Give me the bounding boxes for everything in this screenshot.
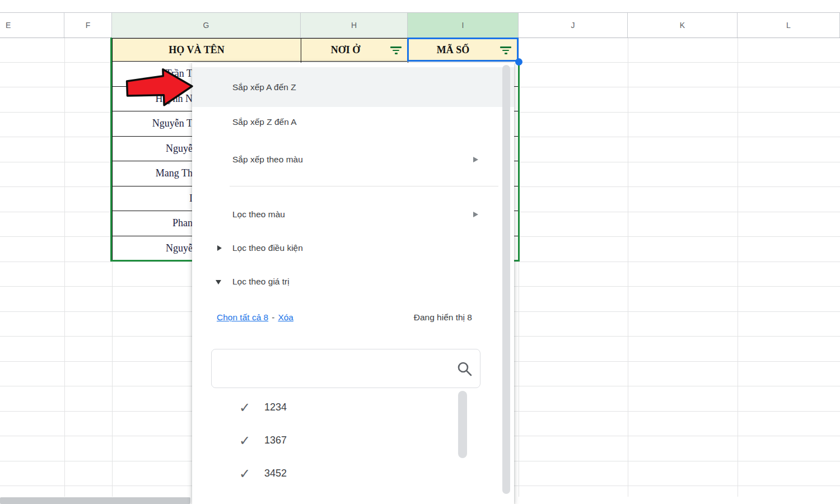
column-header-I[interactable]: I — [408, 13, 519, 38]
header-label: HỌ VÀ TÊN — [113, 44, 301, 56]
red-arrow-annotation — [125, 66, 195, 109]
filter-value-label: 3452 — [264, 468, 287, 479]
range-border-right — [518, 62, 520, 261]
expand-expanded-icon — [216, 280, 221, 284]
name-cell[interactable]: Nguyễ — [115, 137, 194, 161]
checkmark-icon: ✓ — [239, 467, 250, 480]
showing-count-label: Đang hiển thị 8 — [414, 312, 472, 323]
value-list-scrollbar[interactable] — [458, 391, 467, 458]
search-input[interactable] — [218, 354, 450, 383]
filter-value-label: 1234 — [264, 402, 287, 413]
header-cell-ho-va-ten[interactable]: HỌ VÀ TÊN — [112, 38, 301, 62]
selected-cell-outline — [407, 38, 519, 62]
filter-value-label: 1367 — [264, 435, 287, 446]
column-header-F[interactable]: F — [64, 13, 112, 38]
name-cell[interactable]: Mang Th — [115, 161, 194, 186]
gridline — [628, 37, 628, 497]
expand-collapsed-icon — [217, 245, 222, 251]
checkmark-icon: ✓ — [239, 434, 250, 447]
header-cell-noi-o[interactable]: NƠI Ở — [301, 38, 408, 62]
menu-item-filter-by-color[interactable]: Lọc theo màu — [192, 198, 514, 231]
select-all-link[interactable]: Chọn tất cả 8 — [217, 312, 268, 323]
menu-item-sort-a-z[interactable]: Sắp xếp A đến Z — [192, 67, 514, 107]
menu-divider — [230, 186, 498, 186]
menu-item-label: Lọc theo điều kiện — [232, 243, 303, 253]
select-links-row: Chọn tất cả 8 - Xóa Đang hiển thị 8 — [192, 306, 514, 329]
menu-item-label: Lọc theo màu — [232, 209, 285, 220]
link-separator: - — [272, 312, 274, 323]
menu-item-sort-by-color[interactable]: Sắp xếp theo màu — [192, 143, 514, 176]
name-cell[interactable]: I — [115, 186, 197, 211]
column-header-G[interactable]: G — [112, 13, 301, 38]
horizontal-scrollbar[interactable] — [0, 497, 190, 504]
column-header-H[interactable]: H — [301, 13, 408, 38]
clear-link[interactable]: Xóa — [278, 312, 293, 323]
menu-item-filter-by-values[interactable]: Lọc theo giá trị — [192, 265, 514, 298]
filter-dropdown-menu: Sắp xếp A đến Z Sắp xếp Z đến A Sắp xếp … — [192, 63, 514, 504]
column-header-K[interactable]: K — [628, 13, 738, 38]
gridline — [738, 37, 738, 497]
search-icon — [456, 361, 473, 377]
menu-item-label: Sắp xếp A đến Z — [232, 82, 296, 92]
column-header-L[interactable]: L — [738, 13, 840, 38]
gridline — [64, 37, 65, 497]
menu-item-label: Lọc theo giá trị — [232, 277, 290, 287]
column-header-E[interactable]: E — [0, 13, 64, 38]
filter-value-item[interactable]: ✓3452 — [192, 457, 472, 490]
menu-item-label: Sắp xếp theo màu — [232, 155, 303, 165]
filter-icon[interactable] — [390, 39, 402, 62]
column-header-J[interactable]: J — [519, 13, 628, 38]
selection-fill-handle[interactable] — [515, 58, 522, 66]
filter-value-item[interactable]: ✓1234 — [192, 391, 472, 424]
submenu-arrow-icon — [473, 212, 478, 217]
menu-item-sort-z-a[interactable]: Sắp xếp Z đến A — [192, 105, 514, 139]
value-search-box — [211, 349, 480, 388]
range-border-left — [110, 38, 112, 261]
menu-item-filter-by-condition[interactable]: Lọc theo điều kiện — [192, 231, 514, 265]
name-cell[interactable]: Nguyễn T — [115, 111, 194, 136]
name-cell[interactable]: Nguyễ — [115, 236, 194, 261]
submenu-arrow-icon — [473, 157, 478, 162]
menu-item-label: Sắp xếp Z đến A — [232, 117, 297, 127]
checkmark-icon: ✓ — [239, 401, 250, 414]
column-header-strip: EFGHIJKL — [0, 12, 840, 38]
filter-value-item[interactable]: ✓1367 — [192, 424, 472, 457]
menu-scrollbar[interactable] — [502, 65, 510, 494]
